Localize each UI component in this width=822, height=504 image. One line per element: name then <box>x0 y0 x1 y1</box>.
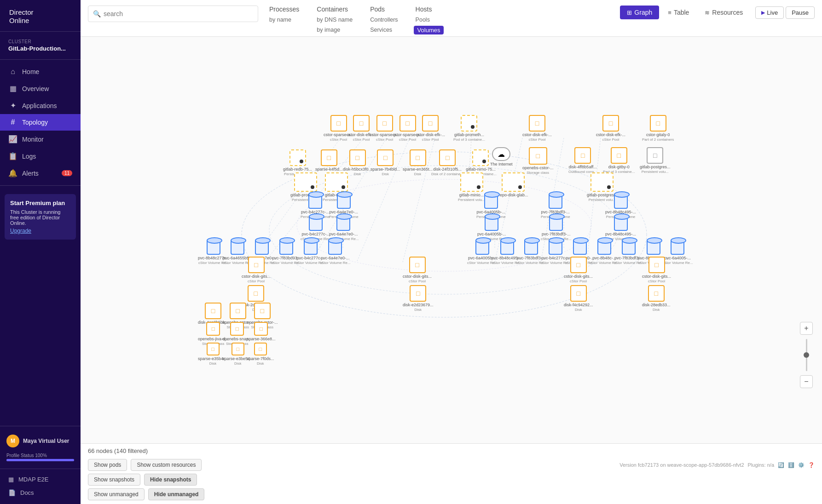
table-icon: ≡ <box>668 9 671 16</box>
node-sparse-en365[interactable]: □ sparse-en365t... Disk <box>403 149 433 176</box>
node-sparse-7b4[interactable]: □ sparse-7b4bld... Disk <box>370 149 400 176</box>
nav-by-image[interactable]: by image <box>315 26 354 34</box>
node-label: openebs-cstor-... <box>522 166 554 171</box>
sidebar-item-overview[interactable]: ▦ Overview <box>0 80 81 97</box>
nav-containers[interactable]: Containers <box>315 5 350 14</box>
search-box[interactable]: 🔍 <box>88 6 258 22</box>
node-cstor-disk-efk2[interactable]: □ cstor-disk-efk-... cStor Pool <box>416 115 445 142</box>
node-icon: □ <box>570 285 587 302</box>
node-cstor-disk-efk4[interactable]: □ cstor-disk-efk-... cStor Pool <box>596 115 625 142</box>
sidebar-item-home[interactable]: ⌂ Home <box>0 63 81 80</box>
node-label: The Internet <box>490 162 513 167</box>
node-cstor-disk-efk3[interactable]: □ cstor-disk-efk-... cStor Pool <box>522 115 552 142</box>
pvc-6a4e7e0-b[interactable]: pvc-6a4e7e0-... cStor Volume Re... <box>320 239 351 265</box>
nav-pools[interactable]: Pools <box>414 16 444 24</box>
cstor-disk-gits-d[interactable]: □ cstor-disk-gits... cStor Pool <box>642 257 671 283</box>
node-disk-gitby[interactable]: □ disk-gitby-0 Part of 3 containe... <box>603 147 635 174</box>
zoom-out-button[interactable]: − <box>800 375 813 388</box>
show-custom-button[interactable]: Show custom resources <box>131 459 202 471</box>
settings-icon[interactable]: ⚙️ <box>798 462 805 468</box>
nav-controllers[interactable]: Controllers <box>368 16 399 24</box>
cylinder-icon <box>524 239 538 255</box>
node-disk-4ff8[interactable]: □ disk-4ff8b5aff... OutBound conn... <box>568 147 597 174</box>
cloud-icon: ☁ <box>492 147 510 161</box>
sidebar-item-topology[interactable]: # Topology <box>0 114 81 131</box>
node-icon <box>325 172 348 192</box>
info-icon[interactable]: ℹ️ <box>788 462 794 468</box>
nav-by-dns[interactable]: by DNS name <box>315 16 354 24</box>
nav-groups: Processes by name Containers by DNS name… <box>267 5 620 34</box>
cstor-disk-gits-a[interactable]: □ cstor-disk-gits... cStor Pool <box>242 257 271 283</box>
search-input[interactable] <box>104 10 253 17</box>
pvc-6a4e7e0-vr[interactable]: pvc-6a4e7e0-... cStor Volume Re... <box>328 215 359 241</box>
sidebar-item-alerts[interactable]: 🔔 Alerts 11 <box>0 165 81 182</box>
live-button[interactable]: ▶ Live <box>755 6 784 19</box>
node-icon: □ <box>570 257 587 273</box>
disk-f4c94292[interactable]: □ disk-f4c94292... Disk <box>564 285 593 312</box>
logs-icon: 📋 <box>8 152 17 160</box>
node-sublabel: Disk <box>414 172 422 176</box>
cylinder-wrap <box>207 239 220 255</box>
tab-table[interactable]: ≡ Table <box>661 6 696 19</box>
pods-group: Pods Controllers Services <box>368 5 399 34</box>
zoom-track <box>806 339 807 371</box>
node-gitlab-prom-top[interactable]: gitlab-prometh... Pod of 3 containe... <box>453 115 485 142</box>
nav-hosts[interactable]: Hosts <box>414 5 434 14</box>
tab-graph[interactable]: ⊞ Graph <box>620 6 659 19</box>
sidebar-item-applications[interactable]: ✦ Applications <box>0 97 81 114</box>
upgrade-link[interactable]: Upgrade <box>10 228 31 234</box>
cylinder-wrap <box>304 239 318 255</box>
disk-e2d23679[interactable]: □ disk-e2d23679... Disk <box>403 285 434 312</box>
sidebar-item-mdap[interactable]: ▦ MDAP E2E <box>0 473 81 486</box>
node-label: pvc-6a4e7e0-... <box>329 232 358 237</box>
bottom-row-3: Show unmanaged Hide unmanaged <box>88 488 815 500</box>
nav-processes[interactable]: Processes <box>267 5 301 14</box>
node-label: disk-gitby-0 <box>608 165 630 170</box>
node-label: gitlab-postgres... <box>640 165 671 170</box>
cstor-disk-gits-b[interactable]: □ cstor-disk-gits... cStor Pool <box>403 257 432 283</box>
zoom-in-button[interactable]: + <box>800 322 813 335</box>
node-label: gitlab-redb-75... <box>283 167 312 172</box>
node-openebs-cstor[interactable]: □ openebs-cstor-... Storage class <box>522 147 554 175</box>
graph-canvas: □ cstor-sparse-a... cStor Pool □ cstor-d… <box>81 37 822 443</box>
nav-services[interactable]: Services <box>368 26 399 34</box>
sparse-7f0ds[interactable]: □ sparse-7f0ds... Disk <box>247 343 274 366</box>
show-unmanaged-button[interactable]: Show unmanaged <box>88 488 145 500</box>
tab-resources-label: Resources <box>712 9 743 16</box>
node-cstor-gitaly[interactable]: □ cstor-gitaly-0 Part of 2 containers <box>642 115 674 142</box>
hide-unmanaged-button[interactable]: Hide unmanaged <box>148 488 205 500</box>
pvc-b4c277c-vr[interactable]: pvc-b4c277c-... cStor Volume Re... <box>301 215 331 241</box>
node-icon: □ <box>648 257 665 273</box>
node-sublabel: Disk <box>257 361 264 366</box>
hide-snapshots-button[interactable]: Hide snapshots <box>144 474 197 486</box>
applications-icon: ✦ <box>8 101 17 110</box>
pause-button[interactable]: Pause <box>786 6 815 19</box>
sidebar-item-monitor[interactable]: 📈 Monitor <box>0 131 81 148</box>
cstor-disk-gits-c[interactable]: □ cstor-disk-gits... cStor Pool <box>564 257 593 283</box>
node-label: pvc-8b48c495-... <box>605 232 636 237</box>
nav-pods[interactable]: Pods <box>368 5 387 14</box>
disk-28edb33[interactable]: □ disk-28edb33... Disk <box>642 285 671 312</box>
cylinder-icon <box>207 239 220 255</box>
node-label: cstor-disk-efk-... <box>522 132 552 137</box>
cylinder-icon <box>549 239 562 255</box>
alerts-icon: 🔔 <box>8 169 17 178</box>
cylinder-icon <box>308 193 322 209</box>
zoom-slider[interactable] <box>800 337 813 373</box>
tab-resources[interactable]: ≋ Resources <box>698 6 750 19</box>
sidebar-item-logs[interactable]: 📋 Logs <box>0 148 81 165</box>
node-internet[interactable]: ☁ The Internet <box>490 147 513 167</box>
nav-by-name[interactable]: by name <box>267 16 301 24</box>
node-dot <box>300 160 303 163</box>
cylinder-icon <box>304 239 318 255</box>
node-sublabel: cStor Pool <box>399 137 416 142</box>
nav-volumes[interactable]: Volumes <box>414 26 444 34</box>
graph-area: □ cstor-sparse-a... cStor Pool □ cstor-d… <box>81 37 822 443</box>
question-icon[interactable]: ❓ <box>808 462 815 468</box>
show-pods-button[interactable]: Show pods <box>88 459 127 471</box>
sidebar-item-docs[interactable]: 📄 Docs <box>0 486 81 499</box>
app-title: Director <box>9 8 71 17</box>
node-gitlab-postg-top[interactable]: □ gitlab-postgres... Persistent volu... <box>640 147 671 174</box>
refresh-icon[interactable]: 🔄 <box>778 462 784 468</box>
show-snapshots-button[interactable]: Show snapshots <box>88 474 140 486</box>
